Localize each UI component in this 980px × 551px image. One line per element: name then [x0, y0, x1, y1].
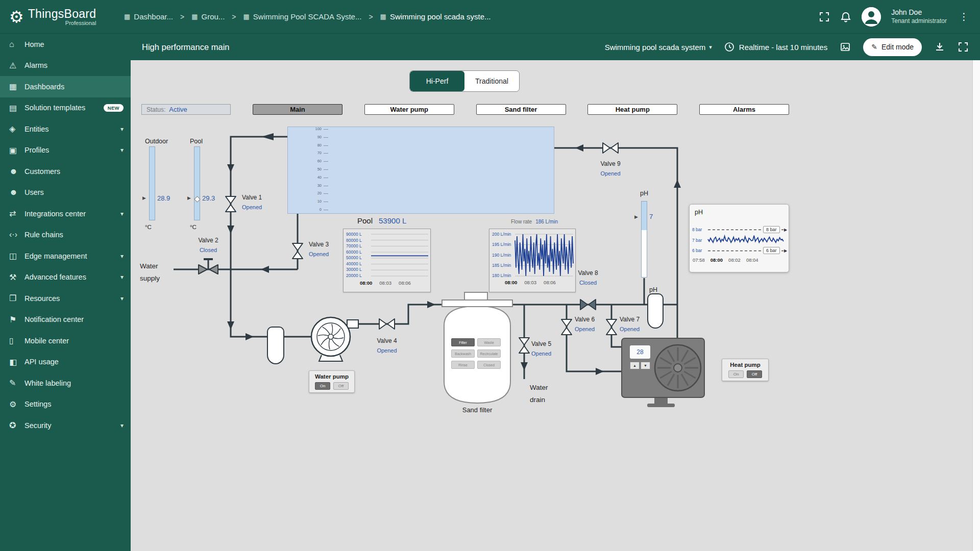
customers-icon: ☻	[9, 167, 24, 176]
valve-5[interactable]	[518, 336, 531, 357]
avatar[interactable]	[862, 7, 881, 27]
breadcrumb-separator: >	[180, 13, 184, 21]
valve-9[interactable]	[601, 141, 620, 157]
resources-icon: ❐	[9, 293, 24, 303]
water-drain-label: Waterdrain	[530, 382, 548, 406]
api-usage-icon: ◧	[9, 357, 24, 367]
sand-filter-mode-recirculate-button[interactable]: Recirculate	[477, 349, 501, 358]
sidebar-item-notification-center[interactable]: ⚑Notification center	[0, 309, 131, 331]
chevron-down-icon: ▾	[120, 422, 124, 429]
new-badge: NEW	[104, 104, 124, 112]
sidebar-item-integrations-center[interactable]: ⇄Integrations center▾	[0, 203, 131, 224]
sidebar: ⌂Home⚠Alarms▦Dashboards▤Solution templat…	[0, 34, 131, 551]
breadcrumb-item[interactable]: ▦Grou...	[191, 12, 225, 21]
users-icon: ☻	[9, 188, 24, 197]
valve-2-label: Valve 2Closed	[187, 237, 230, 253]
water-pump-on-button[interactable]: On	[315, 382, 330, 390]
strainer	[264, 325, 287, 368]
valve-2[interactable]	[197, 257, 220, 278]
heat-pump-down-button[interactable]: ▼	[641, 362, 650, 369]
sidebar-item-api-usage[interactable]: ◧API usage	[0, 352, 131, 373]
sidebar-item-dashboards[interactable]: ▦Dashboards	[0, 76, 131, 97]
sidebar-item-mobile-center[interactable]: ▯Mobile center	[0, 330, 131, 352]
chevron-down-icon: ▾	[709, 44, 712, 51]
heat-pump-off-button[interactable]: Off	[747, 370, 762, 378]
sidebar-item-entities[interactable]: ◈Entities▾	[0, 118, 131, 140]
valve-3[interactable]	[291, 242, 304, 262]
profiles-icon: ▣	[9, 145, 24, 155]
valve-5-label: Valve 5Opened	[531, 340, 567, 357]
sidebar-item-edge-management[interactable]: ◫Edge management▾	[0, 245, 131, 267]
time-window-button[interactable]: Realtime - last 10 minutes	[724, 42, 827, 52]
entities-icon: ◈	[9, 124, 24, 134]
sidebar-item-profiles[interactable]: ▣Profiles▾	[0, 140, 131, 161]
sidebar-item-resources[interactable]: ❐Resources▾	[0, 288, 131, 309]
valves-layer: Valve 1OpenedValve 2ClosedValve 3OpenedV…	[131, 60, 980, 551]
home-icon: ⌂	[9, 40, 24, 49]
sidebar-item-settings[interactable]: ⚙Settings	[0, 394, 131, 415]
valve-7[interactable]	[605, 318, 618, 338]
sidebar-item-rule-chains[interactable]: ‹·›Rule chains	[0, 224, 131, 246]
thingsboard-logo[interactable]: ⚙ ThingsBoard Professional	[9, 8, 124, 26]
rule-chains-icon: ‹·›	[9, 230, 24, 239]
valve-4-label: Valve 4Opened	[365, 337, 408, 354]
kebab-menu-icon[interactable]: ⋮	[957, 11, 971, 22]
ph-column: pH ▶ 7	[636, 190, 667, 287]
pencil-icon: ✎	[871, 43, 877, 51]
sidebar-item-advanced-features[interactable]: ⚒Advanced features▾	[0, 267, 131, 288]
user-name: John Doe	[891, 8, 947, 17]
notification-center-icon: ⚑	[9, 315, 24, 324]
valve-1[interactable]	[224, 195, 237, 215]
level-marker-icon: ▶	[634, 214, 638, 219]
brand-name: ThingsBoard	[28, 8, 96, 20]
chevron-down-icon: ▾	[120, 146, 124, 154]
sand-filter-mode-backwash-button[interactable]: Backwash	[451, 349, 475, 358]
user-role: Tenant administrator	[891, 17, 947, 26]
chevron-down-icon: ▾	[120, 295, 124, 302]
chevron-down-icon: ▾	[120, 253, 124, 260]
breadcrumb-item[interactable]: ▦Swimming Pool SCADA Syste...	[243, 12, 362, 21]
sidebar-item-customers[interactable]: ☻Customers	[0, 161, 131, 182]
valve-8[interactable]	[579, 298, 597, 313]
sand-filter-mode-rinse-button[interactable]: Rinse	[451, 361, 475, 369]
dashboard-icon: ▦	[243, 13, 250, 20]
download-icon[interactable]	[934, 41, 945, 53]
sand-filter-mode-closed-button[interactable]: Closed	[477, 361, 501, 369]
sidebar-item-solution-templates[interactable]: ▤Solution templatesNEW	[0, 97, 131, 119]
valve-4[interactable]	[378, 317, 396, 333]
sidebar-item-alarms[interactable]: ⚠Alarms	[0, 55, 131, 77]
settings-icon: ⚙	[9, 399, 24, 409]
valve-8-label: Valve 8Closed	[567, 269, 609, 286]
sidebar-item-white-labeling[interactable]: ✎White labeling	[0, 372, 131, 394]
heat-pump-on-button[interactable]: On	[728, 370, 744, 378]
water-pump[interactable]	[309, 315, 359, 365]
ph-value: 7	[649, 213, 653, 220]
water-pump-off-button[interactable]: Off	[333, 382, 349, 390]
dashboard-toolbar: High performance main Swimming pool scad…	[131, 34, 980, 60]
advanced-features-icon: ⚒	[9, 272, 24, 282]
sand-filter-mode-waste-button[interactable]: Waste	[477, 338, 501, 346]
ph-sensor	[645, 292, 666, 333]
breadcrumb-item[interactable]: ▦Dashboar...	[124, 12, 173, 21]
heat-pump-panel: Heat pump On Off	[722, 359, 769, 381]
sidebar-item-users[interactable]: ☻Users	[0, 182, 131, 204]
ph-tube	[641, 201, 647, 278]
fullscreen-icon[interactable]	[819, 11, 830, 22]
sand-filter-mode-filter-button[interactable]: Filter	[451, 338, 475, 346]
breadcrumb-separator: >	[369, 13, 373, 21]
mobile-center-icon: ▯	[9, 336, 24, 345]
sidebar-item-security[interactable]: ✪Security▾	[0, 415, 131, 436]
heat-pump-up-button[interactable]: ▲	[630, 362, 640, 369]
screenshot-icon[interactable]	[840, 41, 851, 53]
toolbar-fullscreen-icon[interactable]	[958, 41, 969, 53]
valve-1-label: Valve 1Opened	[242, 194, 278, 210]
chevron-down-icon: ▾	[120, 273, 124, 281]
sand-filter-mode-buttons: FilterWasteBackwashRecirculateRinseClose…	[451, 338, 501, 369]
dashboard-state-select[interactable]: Swimming pool scada system ▾	[605, 43, 712, 52]
top-header: ⚙ ThingsBoard Professional ▦Dashboar...>…	[0, 0, 980, 34]
notifications-bell-icon[interactable]	[840, 11, 851, 22]
valve-6[interactable]	[560, 318, 573, 338]
breadcrumb-item[interactable]: ▦Swimming pool scada syste...	[380, 12, 491, 21]
edit-mode-button[interactable]: ✎ Edit mode	[863, 38, 922, 56]
sidebar-item-home[interactable]: ⌂Home	[0, 34, 131, 55]
